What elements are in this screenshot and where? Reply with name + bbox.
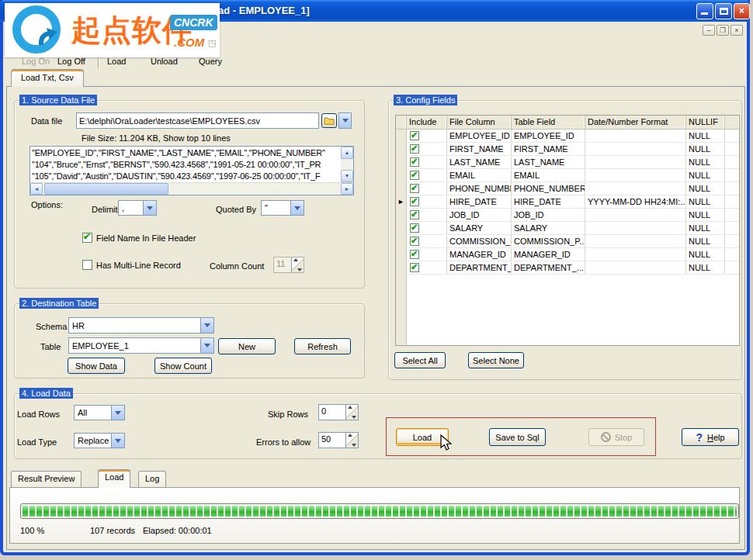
spin-arrows-icon[interactable] bbox=[345, 405, 358, 420]
multiline-record-checkbox[interactable] bbox=[82, 260, 92, 270]
grid-header-include[interactable]: Include bbox=[407, 116, 447, 129]
file-column-cell[interactable]: DEPARTMENT_ID bbox=[447, 261, 512, 274]
include-cell[interactable]: ✔ bbox=[407, 169, 447, 181]
table-row[interactable]: ✔MANAGER_IDMANAGER_IDNULL bbox=[396, 248, 739, 261]
select-all-button[interactable]: Select All bbox=[394, 352, 446, 368]
include-cell[interactable]: ✔ bbox=[407, 209, 447, 221]
bottom-tab-result-preview[interactable]: Result Preview bbox=[11, 471, 82, 487]
table-row[interactable]: ✔SALARYSALARYNULL bbox=[396, 222, 739, 235]
preview-horizontal-scrollbar[interactable]: ◄ ► bbox=[30, 182, 353, 195]
file-column-cell[interactable]: COMMISSION_P... bbox=[447, 235, 512, 247]
data-file-input[interactable] bbox=[76, 112, 319, 129]
scroll-right-icon[interactable]: ► bbox=[341, 183, 353, 195]
scrollbar-thumb[interactable] bbox=[44, 183, 168, 195]
format-cell[interactable] bbox=[585, 130, 686, 142]
nullif-cell[interactable]: NULL bbox=[686, 169, 725, 181]
data-file-dropdown-button[interactable] bbox=[338, 112, 352, 129]
table-row[interactable]: ✔FIRST_NAMEFIRST_NAMENULL bbox=[396, 143, 739, 156]
format-cell[interactable] bbox=[585, 156, 686, 168]
show-count-button[interactable]: Show Count bbox=[154, 358, 212, 374]
include-cell[interactable]: ✔ bbox=[407, 222, 447, 234]
include-checkbox[interactable]: ✔ bbox=[410, 263, 419, 272]
preview-vertical-scrollbar[interactable]: ▲ ▼ bbox=[341, 147, 353, 182]
nullif-cell[interactable]: NULL bbox=[686, 195, 725, 208]
nullif-cell[interactable]: NULL bbox=[686, 130, 725, 142]
nullif-cell[interactable]: NULL bbox=[686, 222, 725, 234]
mdi-restore-button[interactable]: ❐ bbox=[717, 25, 729, 36]
grid-header-table-field[interactable]: Table Field bbox=[512, 116, 585, 129]
file-column-cell[interactable]: PHONE_NUMBER bbox=[447, 182, 512, 195]
nullif-cell[interactable]: NULL bbox=[686, 248, 725, 261]
toolbar-item-query[interactable]: Query bbox=[199, 57, 222, 66]
file-column-cell[interactable]: SALARY bbox=[447, 222, 512, 234]
load-type-combo[interactable]: Replace bbox=[74, 433, 125, 448]
table-field-cell[interactable]: PHONE_NUMBER bbox=[512, 182, 585, 195]
include-checkbox[interactable]: ✔ bbox=[410, 144, 419, 154]
table-field-cell[interactable]: JOB_ID bbox=[512, 209, 585, 221]
grid-header-date-number-format[interactable]: Date/Number Format bbox=[585, 116, 686, 129]
include-cell[interactable]: ✔ bbox=[407, 143, 447, 155]
spin-arrows-icon[interactable] bbox=[345, 433, 358, 448]
scroll-down-icon[interactable]: ▼ bbox=[341, 170, 353, 182]
toolbar-item-load[interactable]: Load bbox=[107, 57, 126, 66]
close-button[interactable]: × bbox=[734, 3, 750, 19]
table-row[interactable]: ✔EMPLOYEE_IDEMPLOYEE_IDNULL bbox=[396, 130, 739, 143]
table-row[interactable]: ✔DEPARTMENT_IDDEPARTMENT_...NULL bbox=[396, 261, 739, 275]
table-row[interactable]: ✔PHONE_NUMBERPHONE_NUMBERNULL bbox=[396, 182, 739, 195]
errors-to-allow-spinner[interactable]: 50 bbox=[318, 432, 359, 448]
format-cell[interactable] bbox=[585, 209, 686, 221]
select-none-button[interactable]: Select None bbox=[468, 352, 524, 368]
file-preview-box[interactable]: "EMPLOYEE_ID","FIRST_NAME","LAST_NAME","… bbox=[29, 146, 354, 195]
format-cell[interactable] bbox=[585, 248, 686, 261]
table-field-cell[interactable]: LAST_NAME bbox=[512, 156, 585, 168]
file-column-cell[interactable]: EMAIL bbox=[447, 169, 512, 181]
table-field-cell[interactable]: HIRE_DATE bbox=[512, 195, 585, 208]
format-cell[interactable]: YYYY-MM-DD HH24:MI:... bbox=[585, 195, 686, 208]
table-combo[interactable]: EMPLOYEE_1 bbox=[68, 337, 214, 354]
file-column-cell[interactable]: EMPLOYEE_ID bbox=[447, 130, 512, 142]
nullif-cell[interactable]: NULL bbox=[686, 209, 725, 221]
skip-rows-spinner[interactable]: 0 bbox=[318, 404, 359, 420]
save-to-sql-button[interactable]: Save to Sql bbox=[489, 428, 546, 446]
include-checkbox[interactable]: ✔ bbox=[410, 157, 419, 167]
table-field-cell[interactable]: COMMISSION_P... bbox=[512, 235, 585, 247]
file-column-cell[interactable]: MANAGER_ID bbox=[447, 248, 512, 261]
table-field-cell[interactable]: MANAGER_ID bbox=[512, 248, 585, 261]
include-checkbox[interactable]: ✔ bbox=[410, 197, 419, 206]
scroll-left-icon[interactable]: ◄ bbox=[30, 183, 43, 195]
include-cell[interactable]: ✔ bbox=[407, 235, 447, 247]
include-checkbox[interactable]: ✔ bbox=[410, 250, 419, 259]
include-cell[interactable]: ✔ bbox=[407, 130, 447, 142]
nullif-cell[interactable]: NULL bbox=[686, 143, 725, 155]
format-cell[interactable] bbox=[585, 143, 686, 155]
table-field-cell[interactable]: SALARY bbox=[512, 222, 585, 234]
table-field-cell[interactable]: EMPLOYEE_ID bbox=[512, 130, 585, 142]
minimize-button[interactable] bbox=[696, 3, 713, 19]
schema-combo[interactable]: HR bbox=[68, 317, 214, 334]
include-cell[interactable]: ✔ bbox=[407, 156, 447, 168]
bottom-tab-log[interactable]: Log bbox=[138, 471, 166, 487]
tab-load-txt-csv[interactable]: Load Txt, Csv bbox=[11, 69, 84, 87]
format-cell[interactable] bbox=[585, 235, 686, 247]
include-cell[interactable]: ✔ bbox=[407, 195, 447, 208]
include-checkbox[interactable]: ✔ bbox=[410, 210, 419, 220]
scroll-up-icon[interactable]: ▲ bbox=[341, 147, 353, 159]
include-checkbox[interactable]: ✔ bbox=[410, 184, 419, 193]
mdi-minimize-button[interactable]: – bbox=[703, 25, 715, 36]
include-checkbox[interactable]: ✔ bbox=[410, 237, 419, 246]
include-cell[interactable]: ✔ bbox=[407, 248, 447, 261]
format-cell[interactable] bbox=[585, 182, 686, 195]
format-cell[interactable] bbox=[585, 261, 686, 274]
maximize-button[interactable] bbox=[715, 3, 732, 19]
delimiter-combo[interactable]: , bbox=[118, 200, 157, 216]
config-fields-grid[interactable]: IncludeFile ColumnTable FieldDate/Number… bbox=[395, 115, 740, 346]
format-cell[interactable] bbox=[585, 222, 686, 234]
refresh-button[interactable]: Refresh bbox=[294, 338, 351, 354]
nullif-cell[interactable]: NULL bbox=[686, 235, 725, 247]
help-button[interactable]: ? Help bbox=[682, 428, 739, 446]
grid-header-file-column[interactable]: File Column bbox=[447, 116, 512, 129]
bottom-tab-load[interactable]: Load bbox=[98, 469, 130, 488]
toolbar-item-log-off[interactable]: Log Off bbox=[57, 57, 85, 66]
grid-header-nullif[interactable]: NULLIF bbox=[686, 116, 725, 129]
nullif-cell[interactable]: NULL bbox=[686, 156, 725, 168]
